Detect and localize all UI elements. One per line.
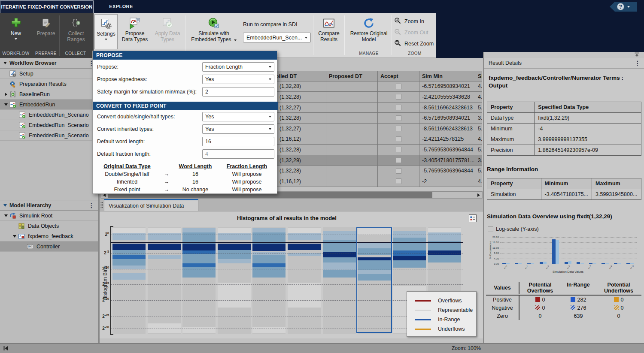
accept-checkbox[interactable] (396, 168, 401, 174)
column-header-potential-underflows: Potential Underflows (596, 282, 641, 294)
active-tab-label: ITERATIVE FIXED-POINT CONVERSION (1, 4, 93, 9)
table-row[interactable]: (1,32,28)-2.421055553436284. (277, 92, 482, 103)
column-header-accept[interactable]: Accept (378, 71, 419, 81)
table-row[interactable]: (1,32,27)-8.5611696243286135. (277, 103, 482, 113)
column-header-sim-max[interactable]: Sim Max (475, 71, 482, 81)
help-button[interactable]: ? (610, 2, 637, 12)
cell: Minimum (487, 124, 535, 134)
tab-iterative-fixed-point-conversion[interactable]: ITERATIVE FIXED-POINT CONVERSION (0, 0, 94, 13)
model-hierarchy-header[interactable]: Model Hierarchy ⋮ (0, 200, 98, 211)
bar-negative (580, 263, 584, 264)
convert-double-single-half-types-select[interactable]: Yes (202, 112, 274, 121)
propose-signedness-select[interactable]: Yes (202, 75, 274, 84)
model-item-controller[interactable]: Controller (0, 241, 98, 252)
bar-negative (568, 261, 571, 264)
accept-checkbox[interactable] (396, 178, 401, 184)
zoom-in-button[interactable]: Zoom In (394, 16, 440, 27)
selected-histogram-box[interactable] (356, 227, 392, 333)
accept-checkbox[interactable] (396, 147, 401, 152)
new-button[interactable]: New (3, 14, 28, 49)
accept-checkbox[interactable] (396, 105, 401, 110)
workflow-item-embeddedrun-scenario[interactable]: EmbeddedRun_Scenario (0, 130, 98, 141)
apply-data-types-button[interactable]: Apply Data Types (152, 14, 183, 49)
table-row[interactable]: (1,32,28)-6.571695089340214. (277, 81, 482, 92)
accept-checkbox[interactable] (396, 84, 401, 89)
collapse-expander-icon[interactable] (3, 214, 9, 217)
column-header-sim-min[interactable]: Sim Min (419, 71, 475, 81)
workflow-item-embeddedrun-scenario[interactable]: EmbeddedRun_Scenario (0, 110, 98, 120)
settings-label: Convert inherited types: (97, 126, 154, 132)
histogram-column[interactable] (182, 227, 216, 334)
reset-zoom-label: Reset Zoom (404, 41, 434, 47)
kebab-menu-icon[interactable]: ⋮ (635, 60, 641, 66)
accept-checkbox[interactable] (396, 94, 401, 100)
histogram-band (182, 254, 216, 264)
model-item-fxpdemo-feedback[interactable]: fxpdemo_feedback (0, 231, 98, 241)
x-tick-label: 2-1 (504, 265, 507, 269)
table-row[interactable]: (1,32,29)-3.40547180175781...3. (277, 155, 482, 166)
accept-checkbox[interactable] (396, 136, 401, 142)
table-row[interactable]: (1,32,28)-5.7659530639648445. (277, 145, 482, 155)
cell-accept (378, 81, 419, 92)
histogram-column[interactable] (323, 227, 356, 334)
histogram-column[interactable] (252, 227, 286, 334)
histogram-band (112, 228, 146, 234)
table-row[interactable]: (1,16,12)-24. (277, 176, 482, 187)
collapse-expander-icon[interactable] (3, 204, 7, 207)
compare-results-button[interactable]: Compare Results (315, 14, 343, 49)
workflow-item-setup[interactable]: Setup (0, 69, 98, 79)
kebab-menu-icon[interactable]: ⋮ (88, 202, 94, 209)
model-item-simulink-root[interactable]: Simulink Root (0, 211, 98, 221)
expand-expander-icon[interactable] (3, 93, 9, 96)
histogram-column[interactable] (288, 227, 321, 334)
zoom-out-button[interactable]: Zoom Out (394, 27, 440, 38)
column-header-proposed-dt[interactable]: Proposed DT (326, 71, 378, 81)
legend-toggle-button[interactable] (469, 214, 477, 222)
model-item-data-objects[interactable]: Data Objects (0, 221, 98, 231)
workflow-item-embeddedrun-scenario[interactable]: EmbeddedRun_Scenario (0, 120, 98, 130)
tab-visualization-of-simulation-data[interactable]: Visualization of Simulation Data (104, 199, 198, 211)
restore-original-model-button[interactable]: Restore Original Model (347, 14, 391, 49)
bar-positive (626, 263, 630, 264)
safety-margin-input[interactable]: 2 (202, 87, 274, 97)
collect-ranges-button[interactable]: Collect Ranges (62, 14, 90, 49)
prepare-button[interactable]: Prepare (34, 14, 58, 49)
compare-results-icon (322, 15, 335, 29)
sdi-run-select[interactable]: EmbeddedRun_Scen... (243, 33, 311, 42)
separator (313, 15, 313, 55)
collapse-expander-icon[interactable] (11, 235, 18, 238)
propose-data-types-button[interactable]: Propose Data Types (119, 14, 150, 49)
histogram-column[interactable] (112, 227, 146, 334)
workflow-browser-header[interactable]: Workflow Browser ⋮ (0, 58, 98, 69)
cell-compiled-dt: (1,32,28) (277, 166, 326, 176)
controller-icon (27, 243, 34, 250)
histogram-band (218, 283, 251, 308)
tab-explore[interactable]: EXPLORE (105, 0, 137, 13)
collapse-expander-icon[interactable] (3, 62, 7, 64)
column-header-compiled-dt[interactable]: Compiled DT (277, 71, 326, 81)
accept-checkbox[interactable] (396, 126, 401, 131)
settings-button[interactable]: Settings (94, 14, 118, 49)
drag-grip-icon[interactable] (100, 202, 103, 208)
reset-zoom-button[interactable]: Reset Zoom (394, 39, 440, 49)
convert-inherited-types-select[interactable]: Yes (202, 124, 274, 134)
histogram-column[interactable] (148, 227, 181, 334)
log-scale-checkbox[interactable] (488, 226, 493, 232)
default-word-length-input[interactable]: 16 (202, 137, 274, 146)
workflow-item-preparation-results[interactable]: Preparation Results (0, 79, 98, 89)
table-row[interactable]: (1,32,28)-5.7659530639648445. (277, 166, 482, 176)
scroll-right-arrow-icon[interactable] (475, 192, 482, 198)
propose-select[interactable]: Fraction Length (202, 62, 274, 72)
bar-positive (589, 263, 592, 264)
workflow-item-embeddedrun[interactable]: EmbeddedRun (0, 100, 98, 110)
table-row[interactable]: (1,32,27)-8.5611696243286135. (277, 124, 482, 134)
accept-checkbox[interactable] (396, 115, 401, 121)
collapse-expander-icon[interactable] (3, 103, 9, 106)
table-row[interactable]: (1,16,12)-2.4211425781254. (277, 134, 482, 145)
histogram-column[interactable] (218, 227, 251, 334)
workflow-item-baselinerun[interactable]: BaselineRun (0, 89, 98, 100)
table-row[interactable]: (1,32,28)-6.571695089340213. (277, 113, 482, 124)
accept-checkbox[interactable] (396, 157, 401, 163)
simulate-with-embedded-types-button[interactable]: Simulate with Embedded Types (188, 14, 240, 49)
collapse-statusbar-icon[interactable] (3, 345, 9, 353)
